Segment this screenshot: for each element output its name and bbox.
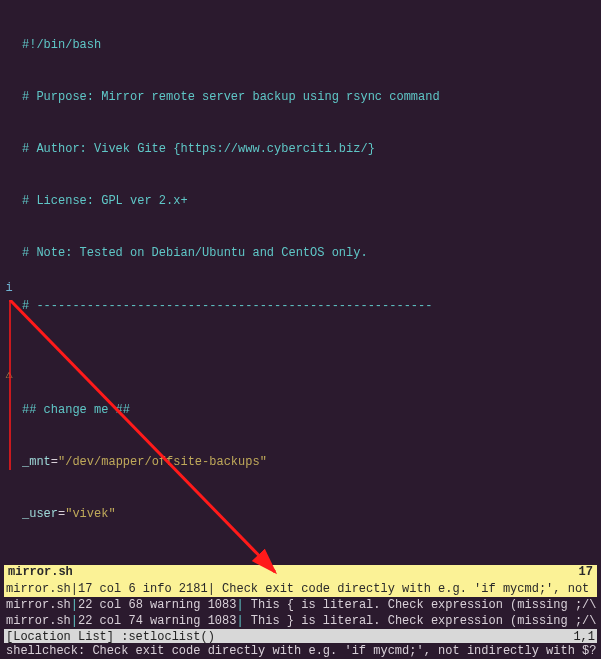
code-area[interactable]: #!/bin/bash # Purpose: Mirror remote ser… xyxy=(18,0,601,550)
command-line[interactable]: shellcheck: Check exit code directly wit… xyxy=(4,643,597,657)
loclist-row[interactable]: mirror.sh|22 col 74 warning 1083| This }… xyxy=(4,613,597,629)
gutter: i ⚠ xyxy=(0,0,18,550)
code-line: # License: GPL ver 2.x+ xyxy=(22,193,597,210)
gutter-sign-warning: ⚠ xyxy=(0,367,18,384)
code-line: ## change me ## xyxy=(22,402,597,419)
status-line-number: 17 xyxy=(579,564,593,581)
loclist-row-selected[interactable]: mirror.sh|17 col 6 info 2181| Check exit… xyxy=(4,581,597,597)
loclist-cursor-pos: 1,1 xyxy=(573,629,595,643)
editor-status-bar: mirror.sh 17 xyxy=(4,565,597,581)
code-line: # --------------------------------------… xyxy=(22,298,597,315)
code-line: #!/bin/bash xyxy=(22,37,597,54)
editor-pane[interactable]: i ⚠ #!/bin/bash # Purpose: Mirror remote… xyxy=(0,0,601,550)
code-line: _user="vivek" xyxy=(22,506,597,523)
code-line: # Author: Vivek Gite {https://www.cyberc… xyxy=(22,141,597,158)
loclist-status-bar: [Location List] :setloclist() 1,1 xyxy=(4,629,597,643)
loclist-row[interactable]: mirror.sh|22 col 68 warning 1083| This {… xyxy=(4,597,597,613)
gutter-sign-info: i xyxy=(0,280,18,297)
code-line: # Purpose: Mirror remote server backup u… xyxy=(22,89,597,106)
code-line: _mnt="/dev/mapper/offsite-backups" xyxy=(22,454,597,471)
code-line: # Note: Tested on Debian/Ubuntu and Cent… xyxy=(22,245,597,262)
status-filename: mirror.sh xyxy=(8,564,73,581)
code-line xyxy=(22,350,597,367)
